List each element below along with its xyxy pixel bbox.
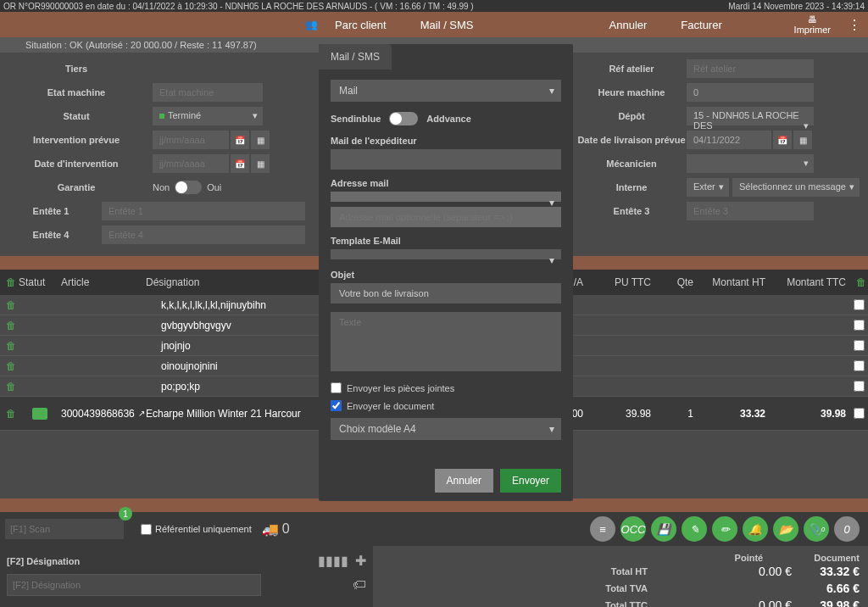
- garantie-toggle[interactable]: [175, 181, 202, 194]
- calendar-icon[interactable]: 📅: [231, 154, 249, 173]
- action-edit-icon[interactable]: ✎: [682, 516, 707, 542]
- date-livraison-input[interactable]: [687, 131, 771, 149]
- label-entete1: Entête 1: [0, 206, 102, 216]
- statut-select[interactable]: Terminé: [153, 107, 263, 125]
- modal-tab[interactable]: Mail / SMS: [319, 44, 392, 70]
- exter-select[interactable]: Exter: [687, 178, 729, 197]
- message-select[interactable]: Sélectionnez un message: [732, 178, 860, 197]
- texte-textarea[interactable]: [331, 312, 561, 371]
- plus-icon[interactable]: ✚: [355, 553, 366, 569]
- row-checkbox[interactable]: [854, 408, 865, 419]
- row-checkbox[interactable]: [854, 360, 865, 371]
- montantttc-value: 39.98: [772, 408, 853, 420]
- label-mecanicien: Mécanicien: [576, 159, 687, 169]
- calendar-icon[interactable]: 📅: [231, 131, 249, 149]
- row-checkbox[interactable]: [854, 299, 865, 310]
- pieces-checkbox[interactable]: [331, 382, 342, 393]
- entete1-input[interactable]: [102, 202, 305, 220]
- cancel-button[interactable]: Annuler: [435, 469, 493, 493]
- th-article: Article: [61, 276, 146, 288]
- scan-badge: 1: [119, 507, 132, 521]
- truck-count: 0: [282, 521, 290, 537]
- document-header: Document: [814, 553, 860, 563]
- th-puttc: PU TTC: [590, 276, 658, 288]
- menu-icon[interactable]: ⋮: [848, 17, 861, 33]
- calendar-picker-icon[interactable]: ▦: [251, 154, 270, 173]
- designation-text: po;po;kp: [161, 381, 200, 393]
- total-ht-pointe: 0.00 €: [724, 565, 792, 578]
- action-save-icon[interactable]: 💾: [651, 516, 676, 542]
- mecanicien-select[interactable]: [687, 154, 814, 173]
- barcode-icon[interactable]: ▮▮▮▮: [318, 553, 348, 569]
- trash-icon[interactable]: 🗑: [6, 276, 16, 288]
- action-occ[interactable]: OCC: [620, 516, 646, 542]
- trash-icon[interactable]: 🗑: [6, 299, 16, 311]
- send-button[interactable]: Envoyer: [500, 469, 561, 493]
- row-checkbox[interactable]: [854, 340, 865, 351]
- entete4-input[interactable]: [102, 226, 305, 244]
- trash-icon[interactable]: 🗑: [6, 381, 16, 393]
- total-ttc-label: Total TTC: [605, 600, 648, 607]
- truck-icon[interactable]: 🚚: [262, 521, 279, 537]
- action-zero[interactable]: 0: [834, 516, 860, 542]
- nav-facturer[interactable]: Facturer: [664, 19, 738, 31]
- etat-machine-input[interactable]: [153, 83, 263, 102]
- people-icon[interactable]: 👥: [305, 19, 318, 31]
- ref-atelier-input[interactable]: [687, 59, 814, 78]
- total-tva-doc: 6.66 €: [792, 582, 860, 595]
- trash-icon[interactable]: 🗑: [6, 320, 16, 331]
- action-attach-icon[interactable]: 📎0: [804, 516, 829, 542]
- nav-mail-sms[interactable]: Mail / SMS: [403, 19, 491, 31]
- tag-icon[interactable]: 🏷: [353, 577, 366, 593]
- trash-all-icon[interactable]: 🗑: [856, 276, 866, 288]
- adresse-mail-select[interactable]: [331, 192, 561, 202]
- th-statut: Statut: [19, 276, 61, 288]
- mail-type-select[interactable]: Mail: [331, 80, 561, 102]
- row-checkbox[interactable]: [854, 381, 865, 392]
- scan-input[interactable]: [5, 519, 124, 539]
- depot-select[interactable]: 15 - NDNH05 LA ROCHE DES: [687, 107, 814, 125]
- designation-text: jnojnjo: [161, 340, 191, 352]
- label-tiers: Tiers: [0, 64, 153, 74]
- objet-input[interactable]: [331, 283, 561, 304]
- pointe-header: Pointé: [735, 553, 764, 563]
- label-statut: Statut: [0, 111, 153, 121]
- adresse-opt-input[interactable]: [331, 207, 561, 227]
- calendar-icon[interactable]: 📅: [773, 131, 792, 149]
- heure-machine-input[interactable]: [687, 83, 814, 102]
- referentiel-checkbox[interactable]: [141, 524, 152, 535]
- calendar-picker-icon[interactable]: ▦: [793, 131, 812, 149]
- template-select[interactable]: [331, 249, 561, 259]
- order-info: OR N°OR990000003 en date du : 04/11/2022…: [3, 2, 474, 11]
- action-folder-icon[interactable]: 📂: [773, 516, 798, 542]
- doc-checkbox[interactable]: [331, 400, 342, 411]
- action-bell-icon[interactable]: 🔔: [743, 516, 768, 542]
- action-pen-icon[interactable]: ✏: [712, 516, 737, 542]
- intervention-date-input[interactable]: [153, 131, 229, 149]
- doc-label: Envoyer le document: [347, 401, 434, 411]
- montantht-value: 33.32: [700, 408, 772, 420]
- provider-toggle[interactable]: [389, 112, 418, 125]
- external-link-icon[interactable]: ↗: [138, 409, 145, 418]
- calendar-picker-icon[interactable]: ▦: [251, 131, 270, 149]
- designation-text: k,k,l,k,l,lk,l,kl,nijnuybihn: [161, 299, 266, 311]
- pieces-label: Envoyer les pièces jointes: [347, 383, 454, 393]
- date-intervention-input[interactable]: [153, 154, 229, 173]
- modele-select[interactable]: Choix modèle A4: [331, 418, 561, 440]
- label-date-livraison: Date de livraison prévue: [576, 135, 687, 145]
- mail-exp-input[interactable]: [331, 149, 561, 170]
- oui-label: Oui: [207, 182, 221, 192]
- trash-icon[interactable]: 🗑: [6, 340, 16, 352]
- entete3-input[interactable]: [687, 202, 814, 220]
- label-entete4: Entête 4: [0, 230, 102, 240]
- action-bars-icon[interactable]: ≡: [590, 516, 615, 542]
- puttc-value: 39.98: [590, 408, 658, 420]
- nav-parc-client[interactable]: Parc client: [318, 19, 403, 31]
- trash-icon[interactable]: 🗑: [6, 360, 16, 372]
- print-button[interactable]: 🖶 Imprimer: [794, 14, 831, 35]
- qte-value: 1: [658, 408, 700, 420]
- row-checkbox[interactable]: [854, 320, 865, 331]
- trash-icon[interactable]: 🗑: [6, 408, 16, 420]
- nav-annuler[interactable]: Annuler: [593, 19, 665, 31]
- f2-input[interactable]: [7, 574, 261, 596]
